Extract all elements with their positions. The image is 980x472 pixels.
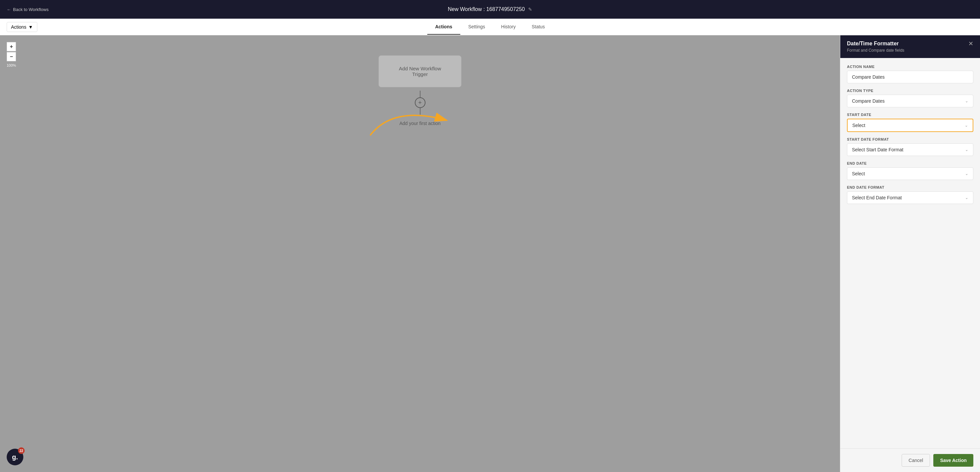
end-date-select[interactable]: Select ⌄: [847, 167, 973, 180]
start-date-placeholder: Select: [852, 123, 865, 128]
connector-line-top: [420, 91, 420, 97]
end-date-format-select[interactable]: Select End Date Format ⌄: [847, 191, 973, 204]
top-bar: ← Back to Workflows New Workflow : 16877…: [0, 0, 980, 19]
start-date-label: START DATE: [847, 113, 973, 117]
save-action-button[interactable]: Save Action: [933, 454, 973, 467]
panel-footer: Cancel Save Action: [840, 448, 980, 472]
start-date-format-select[interactable]: Select Start Date Format ⌄: [847, 143, 973, 156]
actions-dropdown-label: Actions: [11, 24, 26, 30]
action-type-value: Compare Dates: [852, 99, 885, 104]
end-date-group: END DATE Select ⌄: [847, 161, 973, 180]
panel-body: ACTION NAME ACTION TYPE Compare Dates ⌄ …: [840, 58, 980, 448]
g-badge: 22: [18, 447, 25, 454]
connector-line-bottom: [420, 108, 420, 114]
back-label: Back to Workflows: [13, 7, 49, 12]
zoom-controls: + − 100%: [7, 42, 16, 67]
workflow-canvas: + − 100% Add New Workflow Trigger + Add …: [0, 35, 840, 472]
actions-dropdown[interactable]: Actions ▼: [7, 22, 37, 32]
edit-icon[interactable]: ✎: [528, 7, 532, 12]
start-date-format-arrow-icon: ⌄: [965, 147, 968, 152]
start-date-group: START DATE Select ⌄: [847, 113, 973, 132]
tab-list: Actions Settings History Status: [427, 19, 553, 35]
panel-title: Date/Time Formatter: [847, 41, 904, 47]
connector: +: [415, 91, 425, 114]
panel-header-info: Date/Time Formatter Format and Compare d…: [847, 41, 904, 52]
actions-dropdown-arrow-icon: ▼: [29, 24, 33, 30]
panel-header: Date/Time Formatter Format and Compare d…: [840, 35, 980, 58]
zoom-out-button[interactable]: −: [7, 52, 16, 61]
end-date-arrow-icon: ⌄: [965, 171, 968, 176]
g-logo-letter: g.: [12, 453, 18, 461]
action-name-label: ACTION NAME: [847, 65, 973, 69]
tab-settings[interactable]: Settings: [460, 19, 493, 35]
start-date-format-placeholder: Select Start Date Format: [852, 147, 903, 153]
start-date-select[interactable]: Select ⌄: [847, 119, 973, 132]
end-date-format-group: END DATE FORMAT Select End Date Format ⌄: [847, 185, 973, 204]
action-type-select[interactable]: Compare Dates ⌄: [847, 95, 973, 107]
end-date-format-arrow-icon: ⌄: [965, 195, 968, 200]
back-to-workflows-link[interactable]: ← Back to Workflows: [7, 7, 49, 12]
right-panel: Date/Time Formatter Format and Compare d…: [840, 35, 980, 472]
trigger-box[interactable]: Add New Workflow Trigger: [379, 55, 461, 87]
workflow-title-text: New Workflow : 1687749507250: [448, 6, 525, 12]
end-date-format-label: END DATE FORMAT: [847, 185, 973, 189]
g-logo[interactable]: g. 22: [7, 449, 23, 465]
tab-bar: Actions ▼ Actions Settings History Statu…: [0, 19, 980, 35]
main-area: + − 100% Add New Workflow Trigger + Add …: [0, 35, 980, 472]
action-name-input[interactable]: [847, 71, 973, 83]
zoom-level-label: 100%: [7, 64, 16, 67]
workflow-title: New Workflow : 1687749507250 ✎: [448, 6, 532, 12]
start-date-arrow-icon: ⌄: [965, 123, 968, 128]
trigger-box-text: Add New Workflow Trigger: [399, 66, 441, 77]
action-type-arrow-icon: ⌄: [965, 99, 968, 103]
panel-subtitle: Format and Compare date fields: [847, 48, 904, 52]
back-arrow-icon: ←: [7, 7, 11, 12]
tab-actions[interactable]: Actions: [427, 19, 460, 35]
end-date-placeholder: Select: [852, 171, 865, 176]
action-type-group: ACTION TYPE Compare Dates ⌄: [847, 89, 973, 107]
action-type-label: ACTION TYPE: [847, 89, 973, 93]
cancel-button[interactable]: Cancel: [902, 454, 930, 467]
zoom-in-button[interactable]: +: [7, 42, 16, 51]
add-action-button[interactable]: +: [415, 97, 425, 108]
panel-close-button[interactable]: ✕: [968, 41, 973, 47]
start-date-format-label: START DATE FORMAT: [847, 137, 973, 141]
first-action-label: Add your first action: [399, 121, 441, 126]
start-date-format-group: START DATE FORMAT Select Start Date Form…: [847, 137, 973, 156]
action-name-group: ACTION NAME: [847, 65, 973, 83]
end-date-format-placeholder: Select End Date Format: [852, 195, 902, 200]
tab-history[interactable]: History: [493, 19, 524, 35]
tab-status[interactable]: Status: [523, 19, 553, 35]
end-date-label: END DATE: [847, 161, 973, 165]
